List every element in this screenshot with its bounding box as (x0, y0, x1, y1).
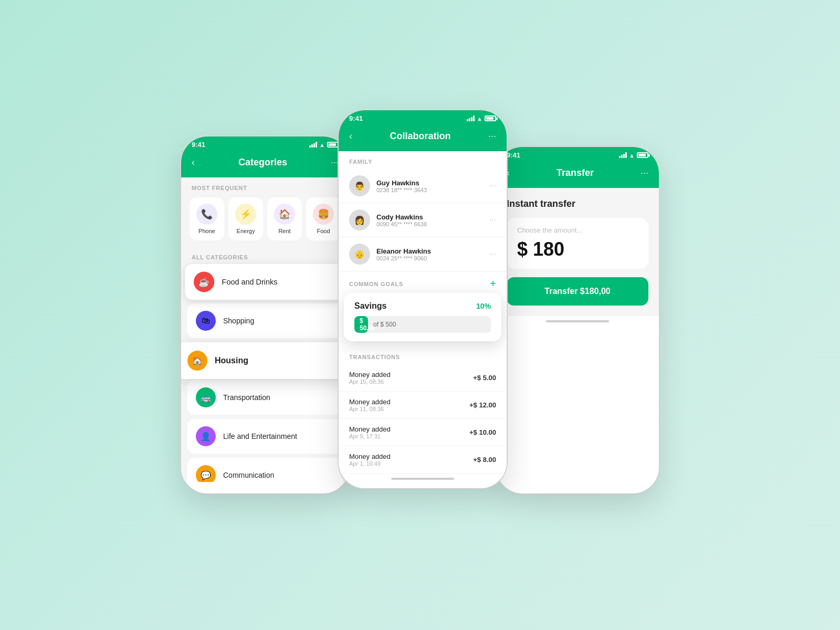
time-1: 9:41 (192, 141, 205, 149)
category-communication[interactable]: 💬 Communication (187, 458, 343, 482)
trans-detail-1: Money added Apr 11, 08:36 (349, 398, 391, 412)
comm-icon: 💬 (196, 465, 216, 482)
battery-icon-2 (485, 116, 496, 121)
home-indicator-3 (546, 320, 609, 322)
energy-freq-label: Energy (237, 228, 255, 234)
trans-date-2: Apr 9, 17:31 (349, 433, 391, 439)
trans-amount-1: +$ 12.00 (469, 401, 496, 409)
savings-fill: $ 50.00 (354, 316, 368, 333)
rent-freq-label: Rent (278, 228, 290, 234)
transfer-body: Instant transfer Choose the amount... $ … (496, 188, 659, 316)
category-life[interactable]: 👤 Life and Entertainment (187, 419, 343, 454)
phone-categories: 9:41 ▲ ‹ Categories ··· MOST FREQ (181, 136, 349, 494)
wifi-icon-1: ▲ (319, 142, 325, 148)
transport-icon: 🚌 (196, 387, 216, 407)
back-btn-2[interactable]: ‹ (349, 131, 352, 142)
trans-amount-3: +$ 8.00 (473, 456, 496, 464)
trans-date-3: Apr 1, 10:49 (349, 460, 391, 467)
phone-body-1: MOST FREQUENT 📞 Phone ⚡ Energy 🏠 Rent 🍔 … (181, 177, 349, 482)
phone-collaboration: 9:41 ▲ ‹ Collaboration ··· FAMILY (339, 110, 507, 488)
avatar-eleanor: 👴 (349, 244, 370, 265)
trans-title-1: Money added (349, 398, 391, 406)
currency-symbol: $ (517, 238, 528, 260)
dots-btn-eleanor[interactable]: ··· (489, 249, 496, 259)
food-drinks-icon: ☕ (194, 271, 214, 292)
transfer-button[interactable]: Transfer $180,00 (507, 277, 648, 306)
frequent-energy[interactable]: ⚡ Energy (228, 197, 263, 240)
back-btn-1[interactable]: ‹ (192, 157, 195, 168)
status-bar-1: 9:41 ▲ (181, 136, 349, 152)
savings-total: of $ 500 (368, 321, 396, 328)
savings-title: Savings (354, 301, 386, 311)
trans-detail-3: Money added Apr 1, 10:49 (349, 453, 391, 467)
avatar-cody: 👩 (349, 209, 370, 230)
trans-amount-2: +$ 10.00 (469, 428, 496, 436)
header-2: ‹ Collaboration ··· (339, 125, 507, 151)
transactions-section: TRANSACTIONS Money added Apr 15, 08:36 +… (339, 341, 507, 474)
trans-title-0: Money added (349, 371, 391, 379)
category-food-drinks[interactable]: ☕ Food and Drinks (185, 264, 345, 300)
category-list: ☕ Food and Drinks 🛍 Shopping 🏠 Housing 🚌… (181, 265, 349, 482)
food-freq-icon: 🍔 (313, 204, 334, 225)
frequent-rent[interactable]: 🏠 Rent (267, 197, 302, 240)
dots-btn-guy[interactable]: ··· (489, 181, 496, 191)
trans-item-2: Money added Apr 9, 17:31 +$ 10.00 (339, 419, 507, 446)
contact-cody[interactable]: 👩 Cody Hawkins 0090 45** **** 6638 ··· (339, 203, 507, 237)
phones-container: 9:41 ▲ ‹ Categories ··· MOST FREQ (181, 126, 659, 504)
frequent-grid: 📞 Phone ⚡ Energy 🏠 Rent 🍔 Food (181, 195, 349, 247)
status-icons-1: ▲ (309, 142, 339, 148)
menu-btn-2[interactable]: ··· (488, 131, 496, 142)
life-label: Life and Entertainment (223, 432, 297, 440)
category-shopping[interactable]: 🛍 Shopping (187, 303, 343, 338)
dots-btn-cody[interactable]: ··· (489, 215, 496, 225)
most-frequent-label: MOST FREQUENT (181, 177, 349, 195)
trans-item-3: Money added Apr 1, 10:49 +$ 8.00 (339, 446, 507, 474)
contact-info-guy: Guy Hawkins 0238 18** **** 3643 (376, 179, 483, 193)
trans-item-1: Money added Apr 11, 08:36 +$ 12.00 (339, 392, 507, 419)
phone-freq-label: Phone (198, 228, 215, 234)
menu-btn-1[interactable]: ··· (331, 157, 339, 168)
shopping-icon: 🛍 (196, 311, 216, 331)
family-section-label: FAMILY (339, 151, 507, 169)
savings-percent: 10% (476, 302, 491, 310)
shopping-label: Shopping (223, 317, 254, 325)
energy-freq-icon: ⚡ (235, 204, 256, 225)
status-bar-3: 9:41 ▲ (496, 147, 659, 162)
rent-freq-icon: 🏠 (274, 204, 295, 225)
contact-name-eleanor: Eleanor Hawkins (376, 247, 483, 255)
trans-date-0: Apr 15, 08:36 (349, 379, 391, 385)
transport-label: Transportation (223, 393, 270, 402)
amount-number: 180 (533, 238, 564, 260)
trans-item-0: Money added Apr 15, 08:36 +$ 5.00 (339, 364, 507, 392)
home-indicator-2 (391, 478, 454, 480)
contact-info-cody: Cody Hawkins 0090 45** **** 6638 (376, 213, 483, 227)
contact-name-guy: Guy Hawkins (376, 179, 483, 187)
contact-num-guy: 0238 18** **** 3643 (376, 187, 483, 193)
title-2: Collaboration (390, 131, 450, 142)
contact-num-cody: 0090 45** **** 6638 (376, 221, 483, 227)
trans-detail-2: Money added Apr 9, 17:31 (349, 425, 391, 439)
housing-card[interactable]: 🏠 Housing (181, 342, 349, 379)
header-1: ‹ Categories ··· (181, 152, 349, 177)
frequent-food[interactable]: 🍔 Food (306, 197, 341, 240)
instant-transfer-title: Instant transfer (507, 198, 648, 209)
title-1: Categories (238, 157, 287, 168)
header-3: ‹ Transfer ··· (496, 162, 659, 188)
signal-icon-3 (619, 152, 627, 158)
contact-eleanor[interactable]: 👴 Eleanor Hawkins 0024 25** **** 9060 ··… (339, 237, 507, 271)
status-bar-2: 9:41 ▲ (339, 110, 507, 125)
battery-icon-1 (327, 142, 339, 148)
all-categories-label: ALL CATEGORIES (181, 247, 349, 265)
signal-icon-2 (467, 116, 475, 121)
category-transportation[interactable]: 🚌 Transportation (187, 380, 343, 415)
add-goal-btn[interactable]: + (490, 278, 496, 290)
avatar-guy: 👨 (349, 175, 370, 196)
frequent-phone[interactable]: 📞 Phone (190, 197, 224, 240)
back-btn-3[interactable]: ‹ (507, 167, 510, 178)
amount-placeholder: Choose the amount... (517, 226, 638, 234)
trans-amount-0: +$ 5.00 (473, 374, 496, 382)
contact-guy[interactable]: 👨 Guy Hawkins 0238 18** **** 3643 ··· (339, 169, 507, 203)
housing-icon: 🏠 (187, 351, 207, 371)
menu-btn-3[interactable]: ··· (640, 167, 648, 178)
amount-card[interactable]: Choose the amount... $ 180 (507, 218, 648, 269)
